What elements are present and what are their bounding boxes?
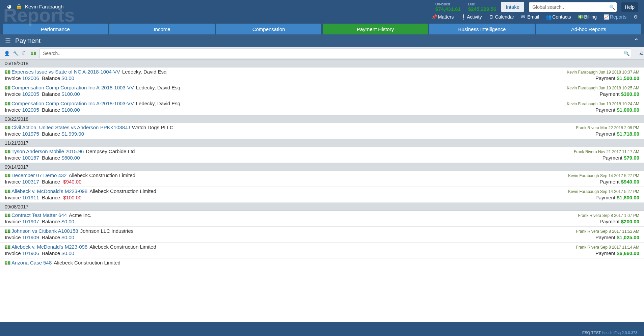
matter-link[interactable]: Aliebeck v. McDonald's M223-098 [11, 188, 87, 194]
user-name[interactable]: Kevin Farabaugh [25, 4, 63, 9]
top-nav: 📌Matters ❕Activity 🗓Calendar ✉Email 👥Con… [431, 14, 638, 20]
balance-label: Balance [41, 195, 62, 200]
footer-product: HoudiniEsq 2.0.0.373 [602, 331, 637, 335]
tag-filter-icon[interactable]: 🔧 [13, 51, 18, 56]
matter-link[interactable]: Contract Test Matter 644 [11, 212, 67, 218]
balance-label: Balance [41, 234, 62, 240]
tab-business-intelligence[interactable]: Business Intelligence [429, 24, 535, 34]
matter-link[interactable]: Compensation Comp Corporation Inc A-2018… [11, 101, 134, 106]
invoice-label: Invoice [5, 91, 22, 97]
footer: ESQ-TEST HoudiniEsq 2.0.0.373 [582, 331, 637, 335]
section-header: ☰ Payment ⌃ [0, 34, 644, 47]
entry-meta: Kevin Farabaugh Jun 19 2018 10:24 AM [567, 102, 639, 106]
due-label: Due [468, 2, 496, 6]
payment-label: Payment [602, 155, 624, 161]
help-button[interactable]: Help [621, 2, 638, 12]
payment-value: $1,500.00 [617, 75, 639, 81]
chart-icon: 📈 [603, 14, 608, 20]
nav-calendar[interactable]: 🗓Calendar [489, 14, 514, 20]
invoice-link[interactable]: 101909 [22, 234, 39, 240]
filter-bar: 👤 🔧 🗓 💵 🔍 🖨 [0, 47, 644, 59]
nav-activity[interactable]: ❕Activity [460, 14, 482, 20]
balance-value: -$940.00 [61, 179, 81, 185]
balance-label: Balance [41, 250, 62, 256]
date-filter-icon[interactable]: 🗓 [22, 51, 26, 56]
lock-icon[interactable]: 🔒 [16, 3, 21, 9]
payment-entry: 💵Contract Test Matter 644 Acme Inc.Frank… [0, 211, 644, 227]
party-name: Ledecky, David Esq [122, 69, 166, 75]
matter-link[interactable]: Arizona Case 548 [11, 260, 52, 265]
nav-matters[interactable]: 📌Matters [431, 14, 454, 20]
matter-link[interactable]: Aliebeck v. McDonald's M223-098 [11, 244, 87, 250]
payment-entry: 💵Compensation Comp Corporation Inc A-201… [0, 83, 644, 99]
nav-email[interactable]: ✉Email [521, 14, 539, 20]
tab-compensation[interactable]: Compensation [216, 24, 321, 34]
balance-value: $0.00 [61, 219, 74, 224]
nav-reports-label: Reports [610, 14, 626, 20]
party-name: Watch Dogs PLLC [132, 124, 173, 130]
footer-env: ESQ-TEST [582, 331, 601, 335]
invoice-label: Invoice [5, 250, 22, 256]
cash-icon: 💵 [5, 149, 9, 154]
tab-performance[interactable]: Performance [3, 24, 108, 34]
invoice-link[interactable]: 101975 [22, 131, 39, 137]
payment-label: Payment [595, 107, 617, 113]
print-icon[interactable]: 🖨 [635, 51, 640, 56]
invoice-link[interactable]: 100167 [22, 155, 39, 161]
intake-button[interactable]: Intake [501, 2, 524, 12]
invoice-link[interactable]: 101907 [22, 219, 39, 224]
person-filter-icon[interactable]: 👤 [4, 51, 9, 56]
tab-ad-hoc-reports[interactable]: Ad-hoc Reports [536, 24, 641, 34]
nav-settings[interactable]: ⚙ [633, 14, 638, 20]
calendar-icon: 🗓 [489, 14, 493, 20]
invoice-link[interactable]: 102005 [22, 91, 39, 97]
matter-link[interactable]: Expenses Issue vs State of NC A-2018-100… [11, 69, 120, 75]
payment-value: $940.00 [621, 179, 639, 185]
nav-billing[interactable]: 💵Billing [578, 14, 597, 20]
matter-link[interactable]: Civil Action, United States vs Anderson … [11, 124, 130, 130]
payment-filter-icon[interactable]: 💵 [30, 51, 35, 56]
global-search-input[interactable] [529, 2, 617, 12]
nav-contacts[interactable]: 👥Contacts [546, 14, 571, 20]
gear-icon: ⚙ [633, 14, 638, 20]
clock-icon[interactable]: ◕ [7, 3, 12, 9]
invoice-link[interactable]: 102006 [22, 75, 39, 81]
hamburger-icon[interactable]: ☰ [5, 37, 11, 45]
matter-link[interactable]: Compensation Comp Corporation Inc A-2018… [11, 85, 134, 90]
party-name: Aliebeck Construction Limited [89, 244, 156, 250]
date-group-header: 09/14/2017 [0, 163, 644, 171]
unbilled-value[interactable]: $74,431.61 [435, 6, 461, 12]
matter-link[interactable]: Tyson Anderson Mobile 2015.96 [11, 148, 84, 154]
top-bar: Reports ◕ 🔒 Kevin Farabaugh Un-billed $7… [0, 0, 644, 24]
balance-label: Balance [41, 131, 62, 137]
matter-link[interactable]: December 07 Demo 432 [11, 172, 66, 178]
invoice-link[interactable]: 102005 [22, 107, 39, 113]
cash-icon: 💵 [5, 228, 9, 234]
collapse-icon[interactable]: ⌃ [633, 37, 639, 45]
invoice-label: Invoice [5, 75, 22, 81]
tab-income[interactable]: Income [109, 24, 215, 34]
payment-entry: 💵Johnson vs Citibank A100158 Johnson LLC… [0, 227, 644, 243]
entry-meta: Frank Rivera Sep 8 2017 11:52 AM [576, 229, 639, 234]
billing-summary: Un-billed $74,431.61 Due $245,229.56 [435, 2, 497, 12]
nav-calendar-label: Calendar [495, 14, 514, 20]
filter-search-input[interactable] [39, 49, 631, 58]
cash-icon: 💵 [5, 189, 9, 194]
matter-link[interactable]: Johnson vs Citibank A100158 [11, 228, 78, 234]
entry-meta: Kevin Farabaugh Sep 14 2017 5:27 PM [568, 189, 639, 194]
due-value[interactable]: $245,229.56 [468, 6, 496, 12]
invoice-link[interactable]: 101906 [22, 250, 39, 256]
tab-payment-history[interactable]: Payment History [323, 24, 428, 34]
invoice-link[interactable]: 101911 [22, 195, 39, 200]
search-icon[interactable]: 🔍 [624, 51, 628, 56]
balance-value: $0.00 [61, 250, 74, 256]
payment-value: $300.00 [621, 91, 639, 97]
payment-list[interactable]: 06/19/2018💵Expenses Issue vs State of NC… [0, 59, 644, 323]
search-icon[interactable]: 🔍 [609, 4, 614, 10]
nav-reports[interactable]: 📈Reports [603, 14, 626, 20]
invoice-label: Invoice [5, 219, 22, 224]
date-group-header: 06/19/2018 [0, 59, 644, 67]
balance-value: $100.00 [61, 91, 80, 97]
invoice-link[interactable]: 100317 [22, 179, 39, 185]
balance-label: Balance [41, 155, 62, 161]
